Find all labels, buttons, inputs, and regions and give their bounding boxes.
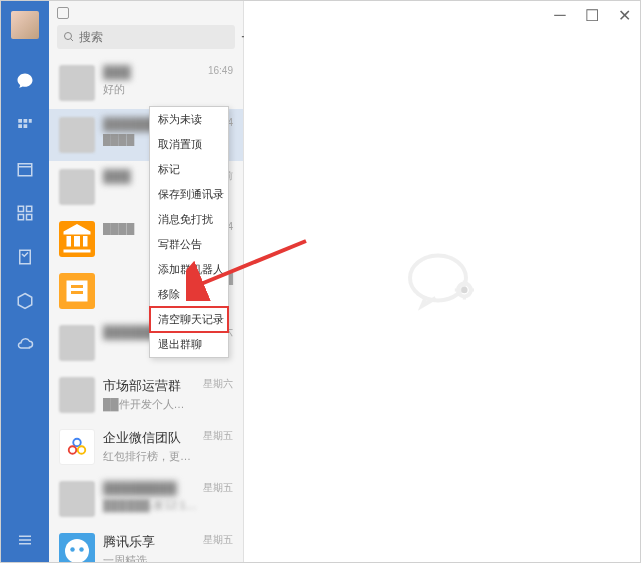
context-menu-item[interactable]: 标记 <box>150 157 228 182</box>
chat-avatar <box>59 273 95 309</box>
chat-name: 腾讯乐享 <box>103 533 199 551</box>
maximize-button[interactable]: ☐ <box>576 1 608 29</box>
chat-avatar <box>59 533 95 562</box>
svg-rect-4 <box>24 124 28 128</box>
chat-name: ███ <box>103 65 204 80</box>
context-menu-item[interactable]: 取消置顶 <box>150 132 228 157</box>
svg-point-21 <box>69 446 77 454</box>
chat-avatar <box>59 481 95 517</box>
close-button[interactable]: ✕ <box>608 1 640 29</box>
chat-preview: 一周精选 <box>103 553 199 562</box>
chat-avatar <box>59 169 95 205</box>
svg-rect-1 <box>24 119 28 123</box>
context-menu-item[interactable]: 写群公告 <box>150 232 228 257</box>
chat-time: 星期五 <box>203 533 233 562</box>
chat-name: 市场部运营群 <box>103 377 199 395</box>
svg-rect-8 <box>27 206 32 211</box>
context-menu-item[interactable]: 移除 <box>150 282 228 307</box>
chat-avatar <box>59 117 95 153</box>
svg-rect-5 <box>18 164 32 176</box>
chat-avatar <box>59 65 95 101</box>
chat-avatar <box>59 221 95 257</box>
main-content: ─ ☐ ✕ <box>244 1 640 562</box>
cloud-icon[interactable] <box>15 335 35 355</box>
context-menu: 标为未读取消置顶标记保存到通讯录消息免打扰写群公告添加群机器人移除清空聊天记录退… <box>149 106 229 358</box>
doc-icon[interactable] <box>15 247 35 267</box>
chat-item[interactable]: 企业微信团队 红包排行榜，更进入… 星期五 <box>49 421 243 473</box>
svg-rect-0 <box>18 119 22 123</box>
chat-item[interactable]: ████████ ██████-发12:1… 星期五 <box>49 473 243 525</box>
chat-preview: 好的 <box>103 82 204 97</box>
context-menu-item[interactable]: 消息免打扰 <box>150 207 228 232</box>
chat-time: 星期六 <box>203 377 233 413</box>
empty-chat-icon <box>402 242 482 322</box>
status-dot <box>57 7 69 19</box>
context-menu-item[interactable]: 保存到通讯录 <box>150 182 228 207</box>
svg-point-24 <box>70 547 75 552</box>
calendar-icon[interactable] <box>15 159 35 179</box>
chat-time: 星期五 <box>203 429 233 465</box>
chat-preview: ██件开发个人… <box>103 397 199 412</box>
chat-item[interactable]: 腾讯乐享 一周精选 星期五 <box>49 525 243 562</box>
svg-rect-7 <box>18 206 23 211</box>
svg-line-16 <box>71 39 74 42</box>
context-menu-item[interactable]: 清空聊天记录 <box>150 307 228 332</box>
svg-rect-3 <box>18 124 22 128</box>
svg-rect-11 <box>20 250 31 264</box>
chat-time: 16:49 <box>208 65 233 101</box>
chat-list-panel: + ███ 好的 16:49 ███████ ████ 15:24 ███ 21… <box>49 1 244 562</box>
svg-point-25 <box>79 547 84 552</box>
menu-icon[interactable] <box>15 530 35 550</box>
context-menu-item[interactable]: 添加群机器人 <box>150 257 228 282</box>
minimize-button[interactable]: ─ <box>544 1 576 29</box>
chat-name: 企业微信团队 <box>103 429 199 447</box>
search-input[interactable] <box>57 25 235 49</box>
context-menu-item[interactable]: 退出群聊 <box>150 332 228 357</box>
chat-avatar <box>59 325 95 361</box>
apps-icon[interactable] <box>15 203 35 223</box>
svg-point-22 <box>78 446 86 454</box>
svg-point-15 <box>65 33 72 40</box>
svg-rect-2 <box>29 119 32 123</box>
box-icon[interactable] <box>15 291 35 311</box>
contacts-icon[interactable] <box>15 115 35 135</box>
chat-avatar <box>59 429 95 465</box>
left-sidebar <box>1 1 49 562</box>
chat-item[interactable]: ███ 好的 16:49 <box>49 57 243 109</box>
user-avatar[interactable] <box>11 11 39 39</box>
chat-preview: ██████-发12:1… <box>103 498 199 513</box>
svg-point-20 <box>73 439 81 447</box>
svg-point-28 <box>463 288 466 291</box>
svg-rect-10 <box>27 215 32 220</box>
chat-preview: 红包排行榜，更进入… <box>103 449 199 464</box>
chat-time: 星期五 <box>203 481 233 517</box>
chat-item[interactable]: 市场部运营群 ██件开发个人… 星期六 <box>49 369 243 421</box>
svg-rect-9 <box>18 215 23 220</box>
context-menu-item[interactable]: 标为未读 <box>150 107 228 132</box>
chat-avatar <box>59 377 95 413</box>
chat-icon[interactable] <box>15 71 35 91</box>
chat-name: ████████ <box>103 481 199 496</box>
svg-point-23 <box>65 539 89 562</box>
search-icon <box>63 31 75 43</box>
